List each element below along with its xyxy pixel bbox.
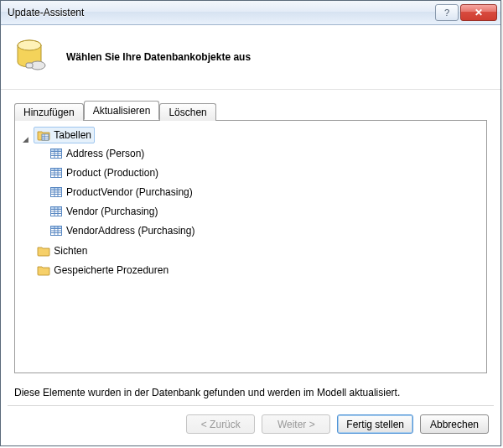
table-icon: [49, 205, 63, 218]
back-button: < Zurück: [186, 414, 255, 434]
table-icon: [49, 147, 63, 160]
tree-node-sprocs[interactable]: Gespeicherte Prozeduren: [34, 262, 172, 279]
expander-placeholder: ◢: [35, 211, 45, 220]
help-button[interactable]: ?: [435, 4, 459, 21]
tree-node-label: Address (Person): [66, 148, 144, 159]
tree-node-label: ProductVendor (Purchasing): [66, 186, 193, 198]
tree-node-label: Vendor (Purchasing): [66, 206, 158, 217]
tab-add[interactable]: Hinzufügen: [14, 103, 84, 121]
expander-placeholder: ◢: [20, 251, 30, 259]
tab-label: Hinzufügen: [23, 107, 75, 118]
database-icon: [13, 37, 53, 77]
window-title: Update-Assistent: [8, 7, 433, 18]
tab-label: Löschen: [169, 107, 206, 118]
tab-refresh[interactable]: Aktualisieren: [84, 101, 160, 120]
button-label: Abbrechen: [430, 419, 479, 430]
tree-node-table[interactable]: Vendor (Purchasing): [46, 203, 161, 220]
tree-node-label: Product (Production): [66, 167, 158, 179]
button-label: Fertig stellen: [346, 419, 404, 430]
tab-label: Aktualisieren: [93, 105, 151, 117]
next-button: Weiter >: [262, 414, 330, 434]
expander-placeholder: ◢: [35, 231, 45, 239]
table-icon: [49, 224, 63, 237]
table-icon: [49, 166, 63, 180]
tree-node-table[interactable]: Address (Person): [46, 145, 148, 162]
tree-panel[interactable]: ◢ Tabellen ◢Address (Person)◢Product (Pr…: [14, 120, 487, 373]
tabstrip: Hinzufügen Aktualisieren Löschen: [14, 102, 487, 120]
tree-node-table[interactable]: Product (Production): [46, 164, 162, 181]
button-row: < Zurück Weiter > Fertig stellen Abbrech…: [1, 406, 500, 445]
wizard-header: Wählen Sie Ihre Datenbankobjekte aus: [1, 25, 500, 90]
tree-node-label: Gespeicherte Prozeduren: [54, 264, 169, 276]
info-text: Diese Elemente wurden in der Datenbank g…: [1, 378, 500, 405]
titlebar: Update-Assistent ? ✕: [1, 1, 500, 25]
object-tree: ◢ Tabellen ◢Address (Person)◢Product (Pr…: [18, 126, 483, 280]
button-label: < Zurück: [201, 419, 241, 430]
expander-placeholder: ◢: [35, 192, 45, 201]
tree-node-label: Sichten: [54, 245, 87, 257]
views-folder-icon: [37, 244, 50, 258]
expander-icon[interactable]: ◢: [20, 135, 30, 143]
finish-button[interactable]: Fertig stellen: [337, 414, 413, 434]
sprocs-folder-icon: [37, 263, 50, 277]
button-label: Weiter >: [277, 419, 315, 430]
tree-node-views[interactable]: Sichten: [34, 242, 91, 259]
tree-node-label: Tabellen: [54, 129, 91, 141]
expander-placeholder: ◢: [20, 270, 30, 279]
table-icon: [49, 185, 63, 199]
wizard-body: Hinzufügen Aktualisieren Löschen ◢ Tabel…: [1, 90, 500, 378]
tree-node-label: VendorAddress (Purchasing): [66, 225, 194, 237]
expander-placeholder: ◢: [35, 173, 45, 181]
tree-node-table[interactable]: ProductVendor (Purchasing): [46, 184, 196, 201]
tree-node-tables[interactable]: Tabellen: [34, 127, 95, 143]
close-button[interactable]: ✕: [460, 4, 497, 21]
wizard-header-title: Wählen Sie Ihre Datenbankobjekte aus: [66, 51, 251, 63]
tab-delete[interactable]: Löschen: [159, 103, 215, 121]
dialog-window: Update-Assistent ? ✕ Wählen Sie Ihre Dat…: [0, 0, 501, 446]
tables-folder-icon: [37, 128, 50, 142]
cancel-button[interactable]: Abbrechen: [420, 414, 489, 434]
tree-node-table[interactable]: VendorAddress (Purchasing): [46, 222, 198, 239]
expander-placeholder: ◢: [35, 154, 45, 162]
